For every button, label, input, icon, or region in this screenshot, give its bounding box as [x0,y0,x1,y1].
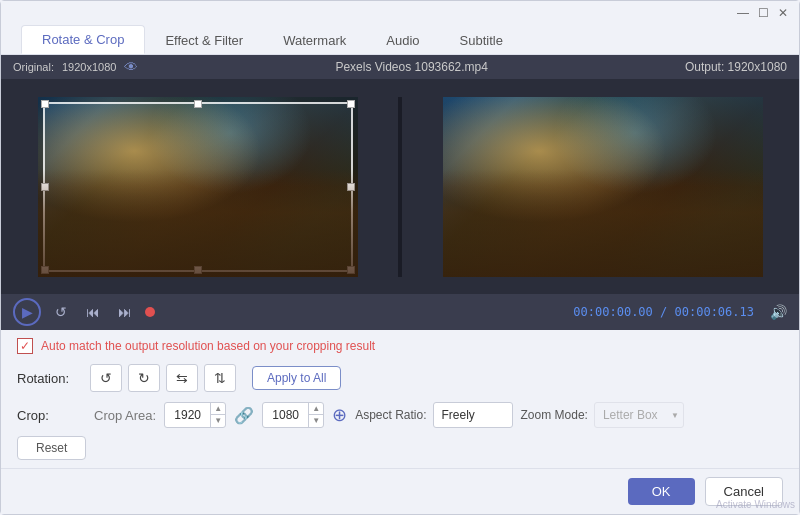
crop-row: Crop: Crop Area: 1920 ▲ ▼ 🔗 1080 ▲ ▼ ⊕ A… [17,402,783,428]
aspect-ratio-select[interactable]: Freely 16:9 4:3 1:1 9:16 [442,408,492,422]
crop-area-label: Crop Area: [94,408,156,423]
link-icon[interactable]: 🔗 [234,406,254,425]
time-separator: / [660,305,667,319]
aspect-ratio-group: Aspect Ratio: Freely 16:9 4:3 1:1 9:16 [355,402,512,428]
zoom-mode-label: Zoom Mode: [521,408,588,422]
preview-area [1,79,799,294]
tab-bar: Rotate & Crop Effect & Filter Watermark … [1,25,799,55]
crop-height-down[interactable]: ▼ [309,415,323,427]
footer: OK Cancel [1,468,799,514]
preview-left [17,97,378,277]
crop-handle-tl[interactable] [41,100,49,108]
title-bar: — ☐ ✕ [1,1,799,25]
next-button[interactable]: ⏭ [113,300,137,324]
flip-v-button[interactable]: ⇅ [204,364,236,392]
crop-width-up[interactable]: ▲ [211,403,225,415]
minimize-button[interactable]: — [735,5,751,21]
original-label: Original: [13,61,54,73]
original-info: Original: 1920x1080 👁 [13,59,138,75]
aspect-ratio-select-wrapper[interactable]: Freely 16:9 4:3 1:1 9:16 [433,402,513,428]
aspect-ratio-label: Aspect Ratio: [355,408,426,422]
crop-height-input[interactable]: 1080 [263,408,308,422]
auto-match-label: Auto match the output resolution based o… [41,339,375,353]
left-video-thumb [38,97,358,277]
rotate-cw-button[interactable]: ↻ [128,364,160,392]
tab-watermark[interactable]: Watermark [263,27,366,54]
crop-overlay[interactable] [43,102,353,272]
tab-audio[interactable]: Audio [366,27,439,54]
time-display: 00:00:00.00 / 00:00:06.13 [573,305,754,319]
output-info: Output: 1920x1080 [685,60,787,74]
crop-height-spinners: ▲ ▼ [308,403,323,427]
auto-match-checkbox[interactable] [17,338,33,354]
crop-handle-bl[interactable] [41,266,49,274]
crop-height-input-group: 1080 ▲ ▼ [262,402,324,428]
flip-h-button[interactable]: ⇆ [166,364,198,392]
crop-width-input-group: 1920 ▲ ▼ [164,402,226,428]
bottom-panel: Auto match the output resolution based o… [1,330,799,468]
crop-width-down[interactable]: ▼ [211,415,225,427]
original-size: 1920x1080 [62,61,116,73]
preview-right [422,97,783,277]
output-size: 1920x1080 [728,60,787,74]
video-info-bar: Original: 1920x1080 👁 Pexels Videos 1093… [1,55,799,79]
crop-handle-ml[interactable] [41,183,49,191]
rotation-buttons: ↺ ↻ ⇆ ⇅ [90,364,236,392]
zoom-mode-group: Zoom Mode: Letter Box ▼ [521,402,684,428]
tab-rotate-crop[interactable]: Rotate & Crop [21,25,145,54]
zoom-mode-select: Letter Box ▼ [594,402,684,428]
eye-icon[interactable]: 👁 [124,59,138,75]
crop-width-input[interactable]: 1920 [165,408,210,422]
maximize-button[interactable]: ☐ [755,5,771,21]
loop-button[interactable]: ↺ [49,300,73,324]
crosshair-icon[interactable]: ⊕ [332,404,347,426]
zoom-dropdown-icon: ▼ [671,411,679,420]
tab-subtitle[interactable]: Subtitle [440,27,523,54]
main-window: — ☐ ✕ Rotate & Crop Effect & Filter Wate… [0,0,800,515]
reset-row: Reset [17,436,783,460]
play-button[interactable]: ▶ [13,298,41,326]
output-label: Output: [685,60,724,74]
crop-handle-br[interactable] [347,266,355,274]
preview-separator [398,97,402,277]
crop-handle-mr[interactable] [347,183,355,191]
crop-label: Crop: [17,408,82,423]
ok-button[interactable]: OK [628,478,695,505]
right-video-thumb [443,97,763,277]
rotation-row: Rotation: ↺ ↻ ⇆ ⇅ Apply to All [17,364,783,392]
rotation-label: Rotation: [17,371,82,386]
crop-width-spinners: ▲ ▼ [210,403,225,427]
auto-match-row: Auto match the output resolution based o… [17,338,783,354]
time-total: 00:00:06.13 [675,305,754,319]
apply-all-button[interactable]: Apply to All [252,366,341,390]
crop-handle-tm[interactable] [194,100,202,108]
reset-button[interactable]: Reset [17,436,86,460]
crop-handle-tr[interactable] [347,100,355,108]
cancel-button[interactable]: Cancel [705,477,783,506]
time-current: 00:00:00.00 [573,305,652,319]
tab-effect-filter[interactable]: Effect & Filter [145,27,263,54]
controls-bar: ▶ ↺ ⏮ ⏭ 00:00:00.00 / 00:00:06.13 🔊 [1,294,799,330]
crop-height-up[interactable]: ▲ [309,403,323,415]
close-button[interactable]: ✕ [775,5,791,21]
volume-icon[interactable]: 🔊 [770,304,787,320]
filename: Pexels Videos 1093662.mp4 [335,60,488,74]
rotate-ccw-button[interactable]: ↺ [90,364,122,392]
record-button[interactable] [145,307,155,317]
prev-button[interactable]: ⏮ [81,300,105,324]
crop-handle-bm[interactable] [194,266,202,274]
